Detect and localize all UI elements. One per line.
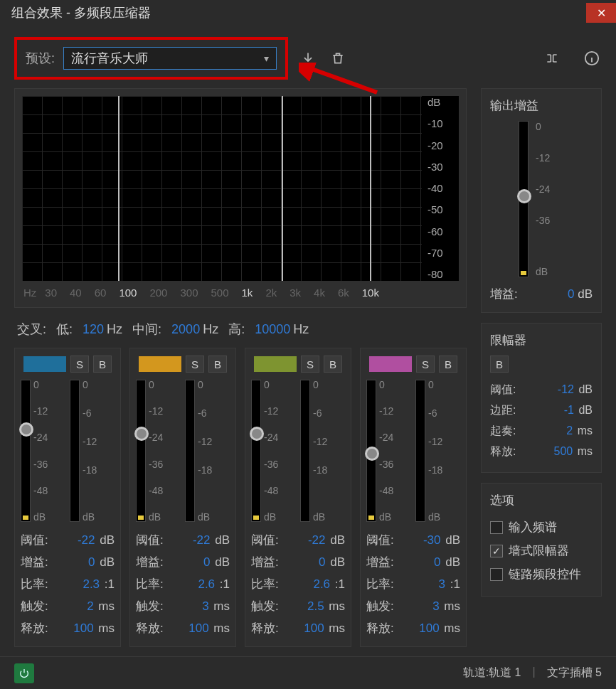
- limiter-bypass-button[interactable]: B: [490, 356, 509, 373]
- band-bypass-button[interactable]: B: [93, 356, 112, 373]
- band-bypass-button[interactable]: B: [324, 356, 342, 373]
- crossover-row: 交叉: 低: 120 Hz 中间: 2000 Hz 高: 10000 Hz: [14, 308, 467, 348]
- gain-reduction-ticks: 0-6-12-18dB: [313, 380, 345, 522]
- footer-track[interactable]: 轨道 1: [489, 666, 521, 678]
- output-gain-slider[interactable]: [519, 121, 529, 277]
- band-release[interactable]: 100: [419, 621, 439, 635]
- checkbox-icon: [490, 568, 503, 581]
- limiter-attack[interactable]: 2: [566, 424, 573, 437]
- hz-tick: 3k: [290, 287, 301, 299]
- close-icon: ✕: [597, 6, 606, 20]
- spectrum-panel: dB -10 -20 -30 -40 -50 -60 -70 -80 Hz304…: [14, 88, 467, 308]
- checkbox-icon: [490, 521, 503, 534]
- spectrum-plot[interactable]: [22, 96, 422, 281]
- info-icon[interactable]: [582, 48, 602, 68]
- band-solo-button[interactable]: S: [416, 356, 435, 373]
- hz-tick: Hz: [23, 287, 36, 299]
- hz-tick: 4k: [314, 287, 325, 299]
- gain-reduction-meter: [185, 380, 195, 522]
- hz-tick: 1k: [242, 287, 253, 299]
- band-gain[interactable]: 0: [203, 555, 210, 569]
- threshold-knob[interactable]: [365, 447, 379, 461]
- routing-icon[interactable]: [542, 48, 562, 68]
- clip-indicator-icon: [521, 271, 526, 275]
- band-color-swatch: [254, 356, 297, 372]
- option-input-spectrum[interactable]: 输入频谱: [490, 516, 593, 539]
- hz-tick: 6k: [338, 287, 349, 299]
- band-ratio[interactable]: 2.3: [83, 577, 100, 591]
- band-solo-button[interactable]: S: [301, 356, 319, 373]
- band-color-swatch: [23, 356, 66, 372]
- band-ratio[interactable]: 2.6: [313, 577, 330, 591]
- band-4: SB0-12-24-36-48dB0-6-12-18dB阈值:-30 dB增益:…: [360, 348, 467, 647]
- band-gain[interactable]: 0: [434, 555, 440, 569]
- band-solo-button[interactable]: S: [70, 356, 89, 373]
- band-attack[interactable]: 2.5: [307, 599, 324, 613]
- preset-dropdown[interactable]: 流行音乐大师 ▾: [63, 47, 277, 70]
- clip-indicator-icon: [23, 516, 28, 520]
- threshold-slider[interactable]: [251, 380, 261, 522]
- option-link-band-controls[interactable]: 链路频段控件: [490, 562, 593, 586]
- band-attack[interactable]: 2: [87, 599, 93, 613]
- band-ratio[interactable]: 2.6: [198, 577, 215, 591]
- hz-tick: 30: [45, 287, 57, 299]
- limiter-release[interactable]: 500: [554, 445, 573, 457]
- band-threshold[interactable]: -22: [308, 533, 326, 547]
- threshold-knob[interactable]: [250, 427, 264, 441]
- clip-indicator-icon: [368, 516, 374, 520]
- output-gain-knob[interactable]: [517, 189, 531, 203]
- band-gain[interactable]: 0: [319, 555, 325, 569]
- threshold-knob[interactable]: [19, 422, 33, 437]
- band-threshold[interactable]: -22: [78, 533, 95, 547]
- band-1: SB0-12-24-36-48dB0-6-12-18dB阈值:-22 dB增益:…: [14, 348, 121, 647]
- power-toggle[interactable]: [14, 663, 34, 683]
- options-panel: 选项 输入频谱 ✓ 墙式限幅器 链路频段控件: [481, 483, 602, 597]
- gain-reduction-ticks: 0-6-12-18dB: [83, 380, 115, 522]
- crossover-low-value[interactable]: 120: [83, 322, 104, 337]
- save-preset-icon[interactable]: [298, 48, 318, 68]
- checkbox-icon: ✓: [490, 545, 503, 557]
- band-ratio[interactable]: 3: [439, 577, 445, 591]
- hz-tick: 40: [70, 287, 82, 299]
- crossover-high-value[interactable]: 10000: [255, 322, 290, 337]
- crossover-handle-high[interactable]: [370, 96, 371, 281]
- threshold-slider[interactable]: [366, 380, 376, 522]
- gain-reduction-meter: [300, 380, 310, 522]
- band-attack[interactable]: 3: [202, 599, 208, 613]
- band-color-swatch: [139, 356, 181, 372]
- threshold-knob[interactable]: [134, 427, 149, 441]
- crossover-mid-value[interactable]: 2000: [171, 322, 200, 337]
- band-2: SB0-12-24-36-48dB0-6-12-18dB阈值:-22 dB增益:…: [129, 348, 236, 647]
- gain-reduction-meter: [415, 380, 425, 522]
- band-bypass-button[interactable]: B: [439, 356, 457, 373]
- window-title: 组合效果 - 多频段压缩器: [11, 4, 151, 21]
- gain-reduction-meter: [70, 380, 80, 522]
- footer-bar: 轨道:轨道 1 | 文字插槽 5: [0, 656, 616, 689]
- crossover-handle-mid[interactable]: [282, 96, 283, 281]
- close-button[interactable]: ✕: [586, 3, 616, 23]
- band-threshold[interactable]: -30: [423, 533, 441, 547]
- threshold-slider[interactable]: [21, 380, 31, 522]
- band-attack[interactable]: 3: [432, 599, 439, 613]
- hz-tick: 60: [95, 287, 107, 299]
- delete-preset-icon[interactable]: [328, 48, 348, 68]
- threshold-ticks: 0-12-24-36-48dB: [264, 380, 296, 522]
- band-release[interactable]: 100: [304, 621, 324, 635]
- threshold-slider[interactable]: [136, 380, 146, 522]
- hz-scale: Hz3040601002003005001k2k3k4k6k10k: [22, 281, 459, 301]
- band-solo-button[interactable]: S: [186, 356, 204, 373]
- band-gain[interactable]: 0: [88, 555, 95, 569]
- band-bypass-button[interactable]: B: [208, 356, 227, 373]
- footer-slot[interactable]: 5: [595, 666, 602, 678]
- preset-highlight: 预设: 流行音乐大师 ▾: [14, 37, 288, 80]
- option-brickwall-limiter[interactable]: ✓ 墙式限幅器: [490, 539, 593, 562]
- band-release[interactable]: 100: [188, 621, 208, 635]
- output-gain-value[interactable]: 0: [568, 287, 574, 301]
- band-threshold[interactable]: -22: [193, 533, 211, 547]
- crossover-handle-low[interactable]: [118, 96, 120, 281]
- limiter-threshold[interactable]: -12: [558, 383, 574, 395]
- limiter-margin[interactable]: -1: [564, 404, 574, 416]
- hz-tick: 300: [180, 287, 198, 299]
- output-gain-panel: 输出增益 0 -12 -24 -36 dB 增益: 0 dB: [481, 88, 602, 313]
- band-release[interactable]: 100: [73, 621, 93, 635]
